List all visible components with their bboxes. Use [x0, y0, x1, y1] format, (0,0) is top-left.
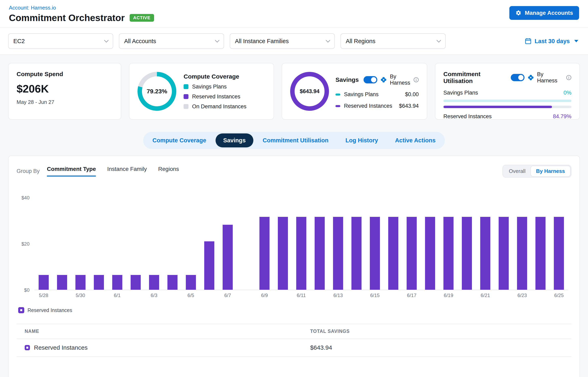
- bar-6/18[interactable]: [425, 217, 435, 290]
- compute-coverage-card: 79.23% Compute Coverage Savings Plans Re…: [129, 63, 274, 120]
- bar-6/2[interactable]: [131, 275, 141, 290]
- view-overall-button[interactable]: Overall: [504, 166, 531, 176]
- calendar-icon: [525, 38, 531, 44]
- header-left: Account: Harness.io Commitment Orchestra…: [9, 4, 154, 23]
- bar-6/3[interactable]: [149, 275, 159, 290]
- savings-by-harness-toggle[interactable]: [364, 76, 377, 83]
- bar-6/19[interactable]: [444, 217, 454, 290]
- page-title: Commitment Orchestrator: [9, 12, 125, 23]
- harness-logo-icon: [380, 77, 387, 83]
- bar-slot: 6/23: [513, 198, 531, 290]
- bar-6/4[interactable]: [167, 275, 178, 290]
- bar-6/17[interactable]: [407, 217, 417, 290]
- bar-plot: 5/285/306/16/36/56/76/96/116/136/156/176…: [34, 198, 568, 290]
- bar-6/15[interactable]: [370, 217, 380, 290]
- bar-6/9[interactable]: [259, 217, 269, 290]
- group-tab-commitment-type[interactable]: Commitment Type: [47, 166, 96, 177]
- savings-row-label: Reserved Instances: [344, 103, 392, 109]
- bar-6/1[interactable]: [112, 275, 122, 290]
- manage-accounts-button[interactable]: Manage Accounts: [509, 6, 579, 20]
- bar-5/29[interactable]: [57, 275, 67, 290]
- info-icon[interactable]: [413, 77, 419, 82]
- bar-6/25[interactable]: [554, 217, 564, 290]
- savings-row: Reserved Instances $643.94: [335, 103, 419, 109]
- tab-compute-coverage[interactable]: Compute Coverage: [145, 133, 214, 147]
- service-select[interactable]: EC2: [8, 33, 113, 49]
- bar-6/7[interactable]: [223, 225, 233, 290]
- x-tick-label: 6/23: [517, 293, 527, 298]
- date-range-value: Last 30 days: [535, 38, 570, 45]
- bar-6/23[interactable]: [517, 217, 527, 290]
- group-tab-regions[interactable]: Regions: [158, 166, 179, 177]
- savings-card: $643.94 Savings By Harness Savings Plans…: [282, 63, 427, 120]
- coverage-donut: 79.23%: [137, 72, 176, 111]
- bar-6/21[interactable]: [480, 217, 490, 290]
- group-tab-instance-family[interactable]: Instance Family: [107, 166, 147, 177]
- section-tabs-wrap: Compute Coverage Savings Commitment Util…: [0, 132, 588, 149]
- row-checkbox[interactable]: [25, 345, 30, 350]
- x-tick-label: 6/11: [297, 293, 306, 298]
- bar-6/10[interactable]: [278, 217, 288, 290]
- bar-slot: [495, 198, 513, 290]
- bar-5/30[interactable]: [75, 275, 86, 290]
- bar-slot: 6/15: [366, 198, 384, 290]
- savings-donut: $643.94: [290, 72, 329, 111]
- legend-item: Savings Plans: [184, 84, 246, 90]
- regions-select[interactable]: All Regions: [341, 33, 446, 49]
- reserved-instances-checkbox[interactable]: [18, 307, 24, 313]
- date-range-picker[interactable]: Last 30 days: [525, 38, 580, 45]
- info-icon[interactable]: [566, 75, 571, 80]
- savings-total: $643.94: [300, 88, 320, 94]
- bar-6/11[interactable]: [296, 217, 306, 290]
- x-tick-label: 6/25: [554, 293, 564, 298]
- x-tick-label: 6/1: [114, 293, 121, 298]
- bar-6/16[interactable]: [388, 217, 398, 290]
- chart-legend: Reserved Instances: [18, 307, 571, 313]
- harness-logo-icon: [528, 74, 534, 81]
- manage-accounts-label: Manage Accounts: [525, 10, 573, 16]
- by-harness-label: By Harness: [390, 73, 410, 86]
- bar-6/12[interactable]: [315, 217, 325, 290]
- y-tick-label: $0: [24, 287, 30, 293]
- bar-slot: 6/17: [403, 198, 421, 290]
- bar-6/24[interactable]: [535, 217, 545, 290]
- bar-slot: [200, 198, 218, 290]
- bar-slot: 6/13: [329, 198, 347, 290]
- on-demand-swatch: [184, 104, 189, 109]
- utilisation-row-value: 84.79%: [553, 113, 571, 120]
- savings-row-value: $0.00: [405, 91, 419, 98]
- y-tick-label: $20: [22, 241, 30, 247]
- caret-down-icon: [574, 40, 578, 42]
- bar-5/31[interactable]: [94, 275, 104, 290]
- bar-5/28[interactable]: [39, 275, 49, 290]
- bar-6/6[interactable]: [204, 241, 214, 290]
- bar-6/22[interactable]: [499, 217, 509, 290]
- savings-row: Savings Plans $0.00: [335, 91, 419, 98]
- bar-6/13[interactable]: [333, 217, 343, 290]
- utilisation-title: Commitment Utilisation: [444, 71, 506, 84]
- x-tick-label: 5/30: [76, 293, 85, 298]
- tab-commitment-utilisation[interactable]: Commitment Utilisation: [255, 133, 336, 147]
- bar-slot: 6/11: [292, 198, 310, 290]
- bar-6/14[interactable]: [351, 217, 362, 290]
- bar-slot: [89, 198, 108, 290]
- utilisation-by-harness-toggle[interactable]: [511, 74, 524, 81]
- tab-active-actions[interactable]: Active Actions: [388, 133, 443, 147]
- reserved-instances-swatch: [184, 94, 189, 99]
- utilisation-row: Savings Plans 0%: [444, 90, 571, 96]
- utilisation-row-value: 0%: [564, 90, 571, 96]
- view-by-harness-button[interactable]: By Harness: [531, 166, 570, 176]
- bar-6/5[interactable]: [186, 275, 196, 290]
- savings-bar-chart: $40 $20 $0 5/285/306/16/36/56/76/96/116/…: [17, 198, 571, 290]
- accounts-select[interactable]: All Accounts: [119, 33, 224, 49]
- bar-6/20[interactable]: [462, 217, 472, 290]
- x-tick-label: 6/5: [188, 293, 194, 298]
- instance-families-select[interactable]: All Instance Families: [230, 33, 335, 49]
- tab-log-history[interactable]: Log History: [338, 133, 386, 147]
- group-by-tabs: Commitment Type Instance Family Regions: [47, 166, 179, 177]
- coverage-title: Compute Coverage: [184, 73, 246, 80]
- bar-slot: [126, 198, 145, 290]
- tab-savings[interactable]: Savings: [216, 133, 253, 147]
- account-link[interactable]: Account: Harness.io: [9, 5, 56, 11]
- savings-details: Savings By Harness Savings Plans $0.00 R…: [335, 73, 419, 109]
